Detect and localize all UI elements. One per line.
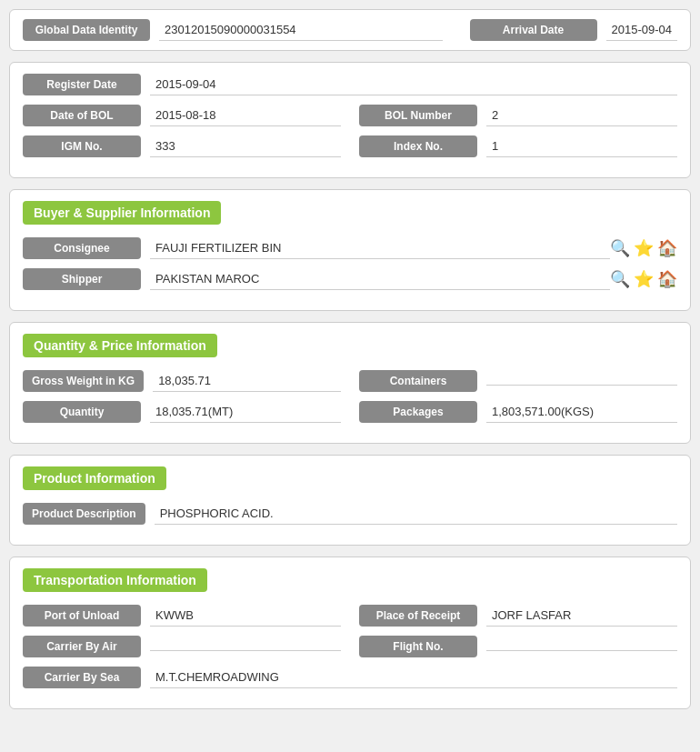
packages-label: Packages — [359, 401, 477, 423]
flight-group: Flight No. — [359, 636, 677, 657]
index-label: Index No. — [359, 135, 477, 157]
containers-group: Containers — [359, 370, 677, 392]
packages-group: Packages 1,803,571.00(KGS) — [359, 401, 677, 423]
consignee-home-icon[interactable]: 🏠 — [657, 240, 677, 256]
arrival-value: 2015-09-04 — [606, 19, 678, 41]
bol-number-group: BOL Number 2 — [359, 105, 677, 126]
index-value: 1 — [486, 135, 677, 157]
packages-value: 1,803,571.00(KGS) — [486, 401, 677, 423]
shipper-search-icon[interactable]: 🔍 — [610, 271, 630, 287]
shipper-value: PAKISTAN MAROC — [150, 268, 610, 290]
consignee-row: Consignee FAUJI FERTILIZER BIN 🔍 ⭐ 🏠 — [23, 237, 677, 259]
register-date-label: Register Date — [23, 74, 141, 95]
place-receipt-label: Place of Receipt — [359, 605, 477, 627]
consignee-star-icon[interactable]: ⭐ — [634, 240, 654, 256]
product-desc-value: PHOSPHORIC ACID. — [155, 503, 677, 525]
quantity-label: Quantity — [23, 401, 141, 423]
register-date-value: 2015-09-04 — [150, 74, 677, 95]
gross-weight-group: Gross Weight in KG 18,035.71 — [23, 370, 341, 392]
quantity-price-card: Quantity & Price Information Gross Weigh… — [9, 322, 691, 444]
bol-row: Date of BOL 2015-08-18 BOL Number 2 — [23, 105, 677, 126]
gross-weight-value: 18,035.71 — [153, 370, 341, 392]
arrival-label: Arrival Date — [470, 19, 597, 41]
date-of-bol-value: 2015-08-18 — [150, 105, 341, 126]
carrier-air-row: Carrier By Air Flight No. — [23, 636, 677, 657]
port-unload-value: KWWB — [150, 605, 341, 627]
bol-number-value: 2 — [486, 105, 677, 126]
igm-row: IGM No. 333 Index No. 1 — [23, 135, 677, 157]
gross-weight-row: Gross Weight in KG 18,035.71 Containers — [23, 370, 677, 392]
transportation-header: Transportation Information — [23, 568, 207, 592]
place-receipt-value: JORF LASFAR — [486, 605, 677, 627]
product-desc-row: Product Description PHOSPHORIC ACID. — [23, 503, 677, 525]
gdi-label: Global Data Identity — [23, 19, 150, 41]
carrier-sea-label: Carrier By Sea — [23, 667, 141, 688]
quantity-group: Quantity 18,035.71(MT) — [23, 401, 341, 423]
port-receipt-row: Port of Unload KWWB Place of Receipt JOR… — [23, 605, 677, 627]
product-card: Product Information Product Description … — [9, 455, 691, 546]
carrier-sea-row: Carrier By Sea M.T.CHEMROADWING — [23, 667, 677, 688]
index-group: Index No. 1 — [359, 135, 677, 157]
buyer-supplier-card: Buyer & Supplier Information Consignee F… — [9, 189, 691, 311]
quantity-price-header: Quantity & Price Information — [23, 334, 217, 357]
port-unload-label: Port of Unload — [23, 605, 141, 627]
buyer-supplier-header: Buyer & Supplier Information — [23, 201, 221, 225]
quantity-row: Quantity 18,035.71(MT) Packages 1,803,57… — [23, 401, 677, 423]
containers-label: Containers — [359, 370, 477, 392]
shipper-icons: 🔍 ⭐ 🏠 — [610, 271, 677, 287]
containers-value — [486, 377, 677, 386]
date-of-bol-label: Date of BOL — [23, 105, 141, 126]
flight-value — [486, 643, 677, 651]
bol-number-label: BOL Number — [359, 105, 477, 126]
shipper-row: Shipper PAKISTAN MAROC 🔍 ⭐ 🏠 — [23, 268, 677, 290]
consignee-search-icon[interactable]: 🔍 — [610, 240, 630, 256]
product-desc-label: Product Description — [23, 503, 145, 525]
shipper-star-icon[interactable]: ⭐ — [634, 271, 654, 287]
flight-label: Flight No. — [359, 636, 477, 657]
carrier-air-value — [150, 643, 341, 651]
arrival-group: Arrival Date 2015-09-04 — [470, 19, 678, 41]
igm-label: IGM No. — [23, 135, 141, 157]
date-of-bol-group: Date of BOL 2015-08-18 — [23, 105, 341, 126]
consignee-label: Consignee — [23, 237, 141, 259]
transportation-card: Transportation Information Port of Unloa… — [9, 556, 691, 709]
register-date-row: Register Date 2015-09-04 — [23, 74, 677, 95]
shipper-home-icon[interactable]: 🏠 — [657, 271, 677, 287]
carrier-air-label: Carrier By Air — [23, 636, 141, 657]
carrier-air-group: Carrier By Air — [23, 636, 341, 657]
consignee-icons: 🔍 ⭐ 🏠 — [610, 240, 677, 256]
gdi-value: 23012015090000031554 — [159, 19, 443, 41]
carrier-sea-value: M.T.CHEMROADWING — [150, 667, 677, 688]
igm-group: IGM No. 333 — [23, 135, 341, 157]
product-header: Product Information — [23, 466, 166, 490]
consignee-value: FAUJI FERTILIZER BIN — [150, 237, 610, 259]
place-receipt-group: Place of Receipt JORF LASFAR — [359, 605, 677, 627]
port-unload-group: Port of Unload KWWB — [23, 605, 341, 627]
quantity-value: 18,035.71(MT) — [150, 401, 341, 423]
identity-card: Global Data Identity 2301201509000003155… — [9, 9, 691, 51]
basic-info-card: Register Date 2015-09-04 Date of BOL 201… — [9, 62, 691, 178]
igm-value: 333 — [150, 135, 341, 157]
gross-weight-label: Gross Weight in KG — [23, 370, 144, 392]
shipper-label: Shipper — [23, 268, 141, 290]
